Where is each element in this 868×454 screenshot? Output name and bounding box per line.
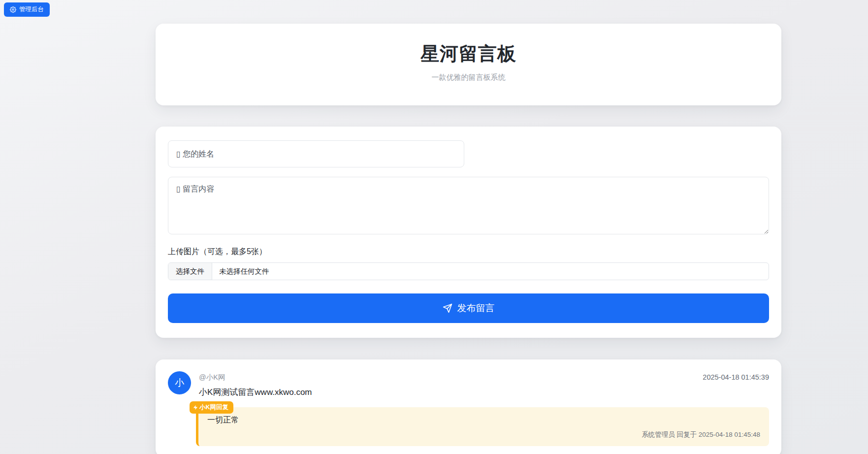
submit-message-label: 发布留言 — [457, 302, 495, 315]
admin-reply: 小K网回复 一切正常 系统管理员 回复于 2025-04-18 01:45:48 — [196, 407, 769, 446]
file-input[interactable]: 选择文件 未选择任何文件 — [168, 262, 769, 280]
page-title: 星河留言板 — [165, 41, 772, 66]
upload-label: 上传图片（可选，最多5张） — [168, 247, 769, 257]
file-status-text: 未选择任何文件 — [212, 263, 276, 280]
reply-box: 一切正常 系统管理员 回复于 2025-04-18 01:45:48 — [196, 407, 769, 446]
reply-badge-label: 小K网回复 — [199, 403, 228, 412]
post-form-card: 上传图片（可选，最多5张） 选择文件 未选择任何文件 发布留言 — [156, 127, 781, 338]
reply-badge: 小K网回复 — [190, 401, 233, 414]
message-header: 小 @小K网 小K网测试留言www.xkwo.com 2025-04-18 01… — [168, 371, 769, 398]
choose-file-button[interactable]: 选择文件 — [168, 263, 212, 280]
reply-content: 一切正常 — [207, 415, 760, 425]
reply-meta: 系统管理员 回复于 2025-04-18 01:45:48 — [207, 430, 760, 439]
page: 管理后台 星河留言板 一款优雅的留言板系统 上传图片（可选，最多5张） 选择文件… — [0, 0, 868, 454]
page-subtitle: 一款优雅的留言板系统 — [165, 73, 772, 82]
avatar: 小 — [168, 371, 191, 394]
header-card: 星河留言板 一款优雅的留言板系统 — [156, 24, 781, 105]
message-card: 小 @小K网 小K网测试留言www.xkwo.com 2025-04-18 01… — [156, 359, 781, 454]
message-content: 小K网测试留言www.xkwo.com — [199, 387, 703, 398]
message-username: @小K网 — [199, 371, 703, 382]
submit-message-button[interactable]: 发布留言 — [168, 293, 769, 323]
message-body: @小K网 小K网测试留言www.xkwo.com — [199, 371, 703, 398]
admin-backend-button[interactable]: 管理后台 — [4, 2, 50, 17]
admin-backend-label: 管理后台 — [19, 5, 44, 14]
lightning-icon — [193, 405, 198, 410]
name-input[interactable] — [168, 140, 464, 167]
message-timestamp: 2025-04-18 01:45:39 — [703, 371, 769, 381]
send-icon — [443, 303, 452, 313]
content-column: 星河留言板 一款优雅的留言板系统 上传图片（可选，最多5张） 选择文件 未选择任… — [156, 0, 781, 454]
gear-icon — [10, 6, 16, 13]
message-textarea[interactable] — [168, 177, 769, 234]
